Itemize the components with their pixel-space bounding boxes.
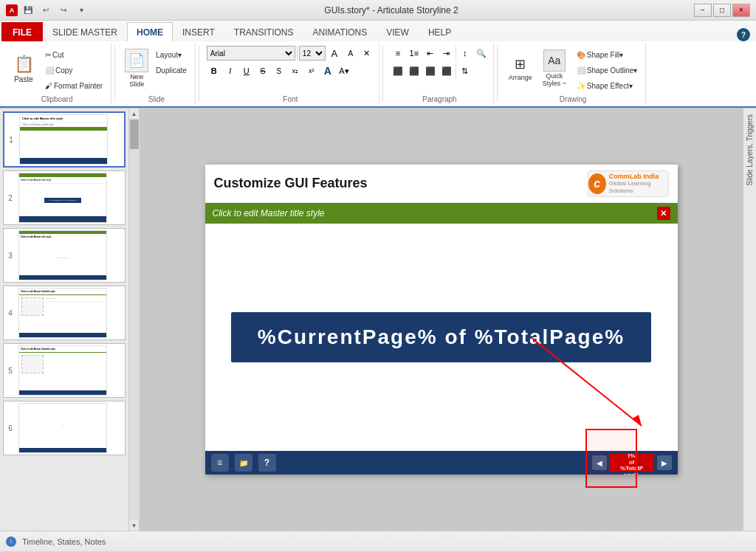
text-color-btn[interactable]: A (320, 63, 335, 78)
duplicate-button[interactable]: Duplicate (152, 63, 190, 77)
tab-home[interactable]: HOME (127, 22, 173, 41)
slide-thumb-1[interactable]: 1 Click to edit Master title style Click… (3, 111, 126, 168)
slide-canvas: Customize GUI Features c CommLab India G… (205, 165, 678, 475)
slide-controls: 📄 New Slide Layout ▾ Duplicate (123, 44, 190, 103)
font-style-row: B I U S S x₂ x² A A▾ (207, 63, 374, 78)
align-justify-btn[interactable]: ⬛ (439, 63, 454, 78)
scroll-thumb[interactable] (130, 120, 139, 149)
align-right-btn[interactable]: ⬛ (423, 63, 438, 78)
font-size-increase-btn[interactable]: A (327, 46, 342, 61)
underline-btn[interactable]: U (239, 63, 254, 78)
help-icon[interactable]: ? (737, 28, 750, 41)
footer-folder-btn[interactable]: 📁 (235, 454, 252, 472)
layout-button[interactable]: Layout ▾ (152, 47, 190, 62)
new-slide-button[interactable]: 📄 New Slide (123, 46, 151, 92)
paragraph-group: ≡ 1≡ ⇤ ⇥ ↕ 🔍 ⬛ ⬛ ⬛ ⬛ ⇅ Paragraph (386, 43, 494, 105)
thumb2-label: Click to edit Master title style (19, 177, 106, 184)
logo-icon: c (588, 173, 606, 194)
strikethrough-btn[interactable]: S (255, 63, 270, 78)
clear-format-btn[interactable]: ✕ (360, 46, 374, 61)
find-replace-btn[interactable]: 🔍 (474, 46, 489, 61)
arrange-button[interactable]: ⊞ Arrange (505, 46, 536, 92)
slide-thumb-2[interactable]: 2 Click to edit Master title style %Curr… (3, 170, 126, 225)
quick-redo-btn[interactable]: ↪ (56, 4, 71, 17)
right-panel-label[interactable]: Slide Layers, Triggers (743, 108, 756, 192)
ribbon-content: 📋 Paste ✂ Cut ⬜ Copy 🖌 Format Painter (0, 41, 756, 108)
footer-prev-btn[interactable]: ◀ (592, 455, 607, 470)
align-row: ⬛ ⬛ ⬛ ⬛ ⇅ (391, 63, 489, 78)
footer-nav: ◀ %Current%of%TotalPage% ▶ (592, 454, 672, 472)
bullet-list-btn[interactable]: ≡ (391, 46, 405, 61)
font-size-select[interactable]: 12 (299, 46, 326, 61)
tab-animations[interactable]: ANIMATIONS (303, 22, 377, 41)
paste-button[interactable]: 📋 Paste (7, 46, 40, 92)
shape-outline-button[interactable]: ⬜ Shape Outline ▾ (573, 63, 641, 77)
green-bar-close[interactable]: ✕ (657, 207, 670, 220)
indent-decrease-btn[interactable]: ⇤ (423, 46, 438, 61)
number-list-btn[interactable]: 1≡ (407, 46, 422, 61)
tab-file[interactable]: FILE (1, 22, 43, 41)
format-painter-icon: 🖌 (45, 82, 52, 90)
slide-thumb-5[interactable]: 5 Click to edit Master Subtitle style (3, 343, 126, 398)
slide-preview-4: Click to edit Master Subtitle style Clic… (18, 288, 107, 338)
font-size-decrease-btn[interactable]: A (343, 46, 358, 61)
align-center-btn[interactable]: ⬛ (407, 63, 422, 78)
paste-icon: 📋 (14, 55, 34, 74)
tab-transitions[interactable]: TRANSITIONS (224, 22, 303, 41)
quick-undo-btn[interactable]: ↩ (38, 4, 53, 17)
bold-btn[interactable]: B (207, 63, 221, 78)
footer-page-box: %Current%of%TotalPage% (610, 454, 654, 472)
align-left-btn[interactable]: ⬛ (391, 63, 405, 78)
slide-green-bar: Click to edit Master title style ✕ (205, 203, 678, 224)
tab-help[interactable]: HELP (419, 22, 461, 41)
subscript-btn[interactable]: x₂ (288, 63, 303, 78)
maximize-btn[interactable]: □ (713, 4, 731, 17)
quick-save-btn[interactable]: 💾 (21, 4, 35, 17)
drawing-controls: ⊞ Arrange Aa Quick Styles ~ 🎨 Shape Fill… (505, 44, 641, 103)
slide-num-2: 2 (5, 194, 16, 202)
paragraph-label: Paragraph (422, 95, 457, 103)
page-counter-box: %CurrentPage% of %TotalPage% (231, 312, 651, 362)
logo-line2: Global Learning Solutions (609, 180, 668, 194)
thumb5-label: Click to edit Master Subtitle style (19, 346, 106, 353)
cut-button[interactable]: ✂ Cut (41, 47, 106, 62)
customize-btn[interactable]: ▾ (74, 4, 89, 17)
italic-btn[interactable]: I (223, 63, 238, 78)
status-text: Timeline, States, Notes (22, 537, 106, 546)
shape-fill-button[interactable]: 🎨 Shape Fill ▾ (573, 47, 641, 62)
clipboard-group: 📋 Paste ✂ Cut ⬜ Copy 🖌 Format Painter (3, 43, 111, 105)
status-icon: i (6, 537, 16, 547)
scroll-up-arrow[interactable]: ▲ (129, 108, 140, 119)
slide-thumb-3[interactable]: 3 Click to edit Master title style Click… (3, 228, 126, 283)
footer-next-btn[interactable]: ▶ (657, 455, 672, 470)
copy-button[interactable]: ⬜ Copy (41, 63, 106, 77)
thumb2-page: %CurrentPage% of %TotalPage% (44, 198, 81, 203)
main-area: 1 Click to edit Master title style Click… (0, 108, 756, 531)
slide-thumb-4[interactable]: 4 Click to edit Master Subtitle style Cl… (3, 286, 126, 340)
slide-logo: c CommLab India Global Learning Solution… (588, 170, 669, 197)
copy-icon: ⬜ (45, 66, 54, 75)
scroll-down-arrow[interactable]: ▼ (129, 520, 140, 531)
quick-styles-button[interactable]: Aa Quick Styles ~ (537, 46, 571, 92)
format-painter-button[interactable]: 🖌 Format Painter (41, 78, 106, 93)
footer-help-btn[interactable]: ? (258, 454, 276, 472)
font-group: Arial 12 A A ✕ B I U S S x₂ x² A A▾ (202, 43, 379, 105)
font-color-btn[interactable]: A▾ (337, 63, 351, 78)
shadow-btn[interactable]: S (272, 63, 286, 78)
close-btn[interactable]: × (732, 4, 750, 17)
tab-slide-master[interactable]: SLIDE MASTER (43, 22, 127, 41)
line-spacing-btn[interactable]: ↕ (458, 46, 472, 61)
shape-effect-button[interactable]: ✨ Shape Effect ▾ (573, 78, 641, 93)
font-family-select[interactable]: Arial (207, 46, 295, 61)
superscript-btn[interactable]: x² (304, 63, 319, 78)
ribbon: FILE SLIDE MASTER HOME INSERT TRANSITION… (0, 21, 756, 108)
indent-increase-btn[interactable]: ⇥ (439, 46, 454, 61)
text-direction-btn[interactable]: ⇅ (458, 63, 472, 78)
tab-view[interactable]: VIEW (377, 22, 419, 41)
footer-icons: ≡ 📁 ? (211, 454, 276, 472)
slide-thumb-6[interactable]: 6 • (3, 401, 126, 455)
slide-num-4: 4 (5, 309, 16, 317)
minimize-btn[interactable]: − (694, 4, 712, 17)
tab-insert[interactable]: INSERT (173, 22, 224, 41)
footer-menu-btn[interactable]: ≡ (211, 454, 229, 472)
